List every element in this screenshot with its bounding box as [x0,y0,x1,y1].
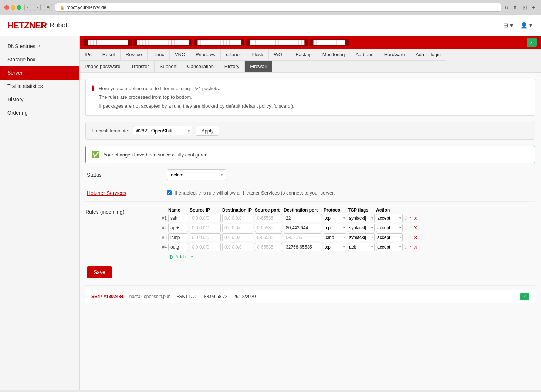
tab-admin-login[interactable]: Admin login [410,49,446,61]
rule-2-move-up[interactable]: ↑ [409,225,412,231]
rule-4-action[interactable]: acceptdiscard [376,243,403,251]
rule-4-delete[interactable]: ✕ [413,244,418,250]
rule-3-move-up[interactable]: ↑ [409,234,412,240]
rule-3-name[interactable] [168,233,188,241]
bottom-check-button[interactable]: ✓ [520,293,529,300]
rule-4-src-ip[interactable] [190,243,221,251]
rule-4-dst-ip[interactable] [222,243,253,251]
rule-2-tcpflags[interactable]: synlackl|synack [348,224,375,232]
rule-1-src-ip[interactable] [190,214,221,222]
user-icon[interactable]: 👤 ▾ [519,20,534,30]
template-select[interactable]: #2822 OpenShift Default Custom [133,126,192,135]
grid-icon[interactable]: ⊞ ▾ [502,20,514,30]
tab-add-ons[interactable]: Add-ons [350,49,379,61]
tab-windows[interactable]: Windows [190,49,221,61]
rule-2-dst-ip[interactable] [222,224,253,232]
rule-4-tcpflags[interactable]: acksynsynlackl| [348,243,375,251]
add-rule-row[interactable]: ⊕ Add rule [168,253,535,260]
rule-1-protocol[interactable]: tcpudpicmp [324,214,346,222]
hetzner-services-label[interactable]: Hetzner Services [87,190,161,196]
server-pill-2[interactable]: ██████████████████ [133,39,192,46]
forward-button[interactable]: › [34,4,41,11]
rule-3-dst-ip[interactable] [222,233,253,241]
rule-2-move-down[interactable]: ↓ [404,225,408,231]
rule-3-action[interactable]: acceptdiscard [376,233,403,241]
tab-linux[interactable]: Linux [148,49,170,61]
rule-1-action[interactable]: acceptdiscard [376,214,403,222]
minimize-button[interactable] [11,5,15,10]
rule-1-dst-port[interactable] [284,214,322,222]
save-button[interactable]: Save [87,266,112,278]
rule-2-src-ip[interactable] [190,224,221,232]
rule-1-tcpflags-wrap: synlackl|synack [348,214,375,222]
server-pill-1[interactable]: ██████████████ [84,39,132,46]
server-pill-5[interactable]: ███████████ [310,39,349,46]
rule-2-protocol[interactable]: tcpudpicmp [324,224,346,232]
sidebar-item-traffic[interactable]: Traffic statistics [0,80,79,93]
hetzner-services-checkbox[interactable] [167,190,172,195]
add-rule-text[interactable]: Add rule [175,254,193,260]
rule-2-dst-port[interactable] [284,224,322,232]
sidebar-item-history[interactable]: History [0,93,79,106]
address-bar[interactable]: 🔒 robot.your-server.de [55,3,501,12]
rule-4-dst-port[interactable] [284,243,322,251]
rule-2-name[interactable] [168,224,188,232]
tab-monitoring[interactable]: Monitoring [317,49,351,61]
rule-3-tcpflags[interactable]: synlackl|synack [348,233,375,241]
tab-support[interactable]: Support [155,61,182,72]
tab-reset[interactable]: Reset [97,49,121,61]
rule-3-src-port[interactable] [255,233,282,241]
tab-plesk[interactable]: Plesk [246,49,269,61]
server-pill-4[interactable]: ███████████████████ [246,39,308,46]
rule-2-delete[interactable]: ✕ [413,225,418,231]
rule-2-action[interactable]: acceptdiscard [376,224,403,232]
sidebar-item-storage-box[interactable]: Storage box [0,53,79,66]
rule-1-move-up[interactable]: ↑ [409,215,412,221]
tab-cancellation[interactable]: Cancellation [182,61,219,72]
rule-3-delete[interactable]: ✕ [413,234,418,240]
sidebar-toggle[interactable]: ⊡ [521,4,528,11]
sidebar-item-ordering[interactable]: Ordering [0,106,79,119]
rule-3-move-down[interactable]: ↓ [404,234,408,240]
rule-3-protocol-wrap: icmptcpudp [324,233,346,241]
new-tab-button[interactable]: + [531,4,537,11]
maximize-button[interactable] [17,5,21,10]
tab-cpanel[interactable]: cPanel [221,49,246,61]
window-button[interactable]: ⊞ [44,4,52,11]
rule-1-delete[interactable]: ✕ [413,215,418,221]
tab-firewall[interactable]: Firewall [245,61,272,72]
rule-1-dst-ip[interactable] [222,214,253,222]
rule-4-move-up[interactable]: ↑ [409,244,412,250]
tab-history[interactable]: History [219,61,245,72]
rule-4-move-down[interactable]: ↓ [404,244,408,250]
tab-hardware[interactable]: Hardware [379,49,410,61]
tab-vnc[interactable]: VNC [170,49,190,61]
tab-phone-password[interactable]: Phone password [80,61,126,72]
tab-transfer[interactable]: Transfer [126,61,155,72]
status-select[interactable]: active inactive [167,169,226,180]
rule-1-tcpflags[interactable]: synlackl|synack [348,214,375,222]
server-pill-3[interactable]: ███████████████ [194,39,244,46]
rule-2-src-port[interactable] [255,224,282,232]
tab-rescue[interactable]: Rescue [121,49,148,61]
close-button[interactable] [4,5,9,10]
share-button[interactable]: ⬆ [511,4,519,11]
refresh-button[interactable]: ↻ [504,5,508,10]
tab-backup[interactable]: Backup [290,49,317,61]
rule-3-dst-port[interactable] [284,233,322,241]
rule-1-move-down[interactable]: ↓ [404,215,408,221]
rule-3-src-ip[interactable] [190,233,221,241]
rule-4-protocol[interactable]: tcpudpicmp [324,243,346,251]
tab-wol[interactable]: WOL [269,49,291,61]
back-button[interactable]: ‹ [24,4,31,11]
server-check-button[interactable]: ✓ [527,38,537,47]
rule-1-name[interactable] [168,214,188,222]
rule-4-src-port[interactable] [255,243,282,251]
apply-button[interactable]: Apply [196,126,219,136]
rule-1-src-port[interactable] [255,214,282,222]
sidebar-item-dns-entries[interactable]: DNS entries ↗ [0,40,79,53]
tab-ips[interactable]: IPs [80,49,97,61]
rule-3-protocol[interactable]: icmptcpudp [324,233,346,241]
sidebar-item-server[interactable]: Server [0,66,79,80]
rule-4-name[interactable] [168,243,188,251]
